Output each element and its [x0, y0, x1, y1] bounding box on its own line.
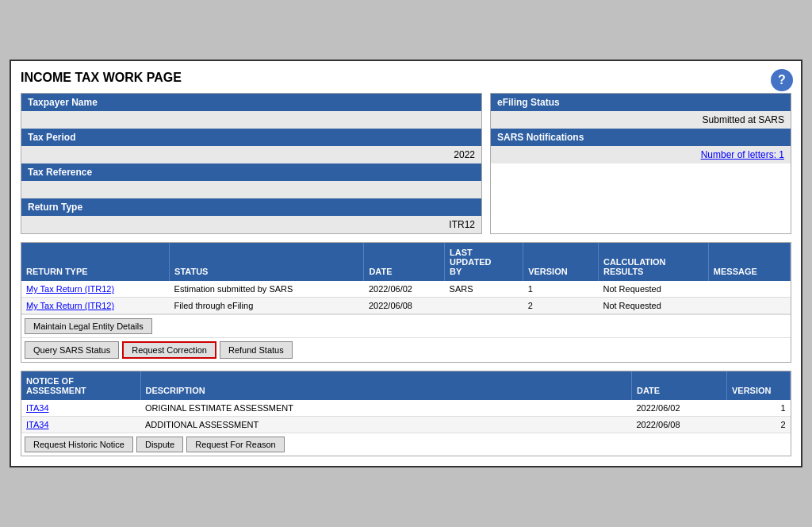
status-cell: Filed through eFiling	[170, 298, 364, 314]
maintain-legal-entity-button[interactable]: Maintain Legal Entity Details	[25, 318, 152, 334]
help-icon[interactable]: ?	[771, 69, 793, 91]
efiling-status-value: Submitted at SARS	[491, 111, 791, 129]
notice-link[interactable]: ITA34	[26, 403, 49, 413]
assess-date-cell: 2022/06/02	[632, 400, 727, 417]
col-assess-date: DATE	[632, 371, 727, 400]
table-row: My Tax Return (ITR12)Filed through eFili…	[21, 298, 791, 314]
taxpayer-name-value	[21, 111, 481, 129]
notice-cell: ITA34	[21, 400, 140, 417]
top-section: Taxpayer Name Tax Period 2022 Tax Refere…	[21, 93, 791, 234]
col-date: DATE	[364, 243, 445, 281]
col-assess-version: VERSION	[727, 371, 791, 400]
col-status: STATUS	[170, 243, 364, 281]
return-type-link[interactable]: My Tax Return (ITR12)	[26, 301, 114, 310]
request-historic-notice-button[interactable]: Request Historic Notice	[25, 437, 133, 452]
col-notice-of-assessment: NOTICE OFASSESSMENT	[21, 371, 140, 400]
assessment-section: NOTICE OFASSESSMENT DESCRIPTION DATE VER…	[21, 371, 791, 456]
table-row: ITA34ADDITIONAL ASSESSMENT2022/06/082	[21, 417, 791, 433]
returns-table: RETURN TYPE STATUS DATE LASTUPDATEDBY VE…	[21, 243, 791, 314]
return-type-cell: My Tax Return (ITR12)	[21, 298, 170, 314]
return-type-link[interactable]: My Tax Return (ITR12)	[26, 284, 114, 294]
col-calc-results: CALCULATIONRESULTS	[598, 243, 708, 281]
left-panel: Taxpayer Name Tax Period 2022 Tax Refere…	[21, 93, 482, 234]
assess-version-cell: 1	[727, 400, 791, 417]
notice-link[interactable]: ITA34	[26, 420, 49, 429]
tax-period-value: 2022	[21, 146, 481, 163]
last-updated-cell: SARS	[445, 281, 523, 298]
date-cell: 2022/06/08	[364, 298, 445, 314]
return-type-cell: My Tax Return (ITR12)	[21, 281, 170, 298]
main-container: ? INCOME TAX WORK PAGE Taxpayer Name Tax…	[10, 60, 802, 467]
returns-section: RETURN TYPE STATUS DATE LASTUPDATEDBY VE…	[21, 242, 791, 363]
col-message: MESSAGE	[708, 243, 790, 281]
description-cell: ORIGINAL ESTIMATE ASSESSMENT	[140, 400, 632, 417]
notice-cell: ITA34	[21, 417, 140, 433]
tax-period-label: Tax Period	[21, 129, 481, 146]
taxpayer-name-label: Taxpayer Name	[21, 94, 481, 111]
assessment-table: NOTICE OFASSESSMENT DESCRIPTION DATE VER…	[21, 371, 791, 433]
col-last-updated: LASTUPDATEDBY	[445, 243, 523, 281]
right-panel: eFiling Status Submitted at SARS SARS No…	[490, 93, 791, 234]
returns-buttons-row-2: Query SARS Status Request Correction Ref…	[21, 337, 791, 362]
assess-date-cell: 2022/06/08	[632, 417, 727, 433]
version-cell: 2	[523, 298, 599, 314]
table-row: ITA34ORIGINAL ESTIMATE ASSESSMENT2022/06…	[21, 400, 791, 417]
return-type-value: ITR12	[21, 216, 481, 233]
returns-buttons-row-1: Maintain Legal Entity Details	[21, 314, 791, 337]
description-cell: ADDITIONAL ASSESSMENT	[140, 417, 632, 433]
return-type-label: Return Type	[21, 198, 481, 216]
tax-reference-label: Tax Reference	[21, 163, 481, 181]
efiling-status-label: eFiling Status	[491, 94, 791, 111]
message-cell	[708, 281, 790, 298]
request-correction-button[interactable]: Request Correction	[122, 341, 216, 359]
sars-notifications-value: Number of letters: 1	[491, 146, 791, 163]
assess-version-cell: 2	[727, 417, 791, 433]
message-cell	[708, 298, 790, 314]
assessment-buttons-row: Request Historic Notice Dispute Request …	[21, 433, 791, 456]
calc-results-cell: Not Requested	[598, 281, 708, 298]
number-of-letters-link[interactable]: Number of letters: 1	[701, 149, 784, 160]
request-for-reason-button[interactable]: Request For Reason	[186, 437, 285, 452]
table-row: My Tax Return (ITR12)Estimation submitte…	[21, 281, 791, 298]
date-cell: 2022/06/02	[364, 281, 445, 298]
dispute-button[interactable]: Dispute	[136, 437, 183, 452]
col-version: VERSION	[523, 243, 599, 281]
col-description: DESCRIPTION	[140, 371, 632, 400]
page-title: INCOME TAX WORK PAGE	[21, 71, 791, 85]
calc-results-cell: Not Requested	[598, 298, 708, 314]
last-updated-cell	[445, 298, 523, 314]
col-return-type: RETURN TYPE	[21, 243, 170, 281]
version-cell: 1	[523, 281, 599, 298]
sars-notifications-label: SARS Notifications	[491, 129, 791, 146]
tax-reference-value	[21, 181, 481, 198]
query-sars-status-button[interactable]: Query SARS Status	[25, 341, 119, 359]
status-cell: Estimation submitted by SARS	[170, 281, 364, 298]
refund-status-button[interactable]: Refund Status	[220, 341, 293, 359]
